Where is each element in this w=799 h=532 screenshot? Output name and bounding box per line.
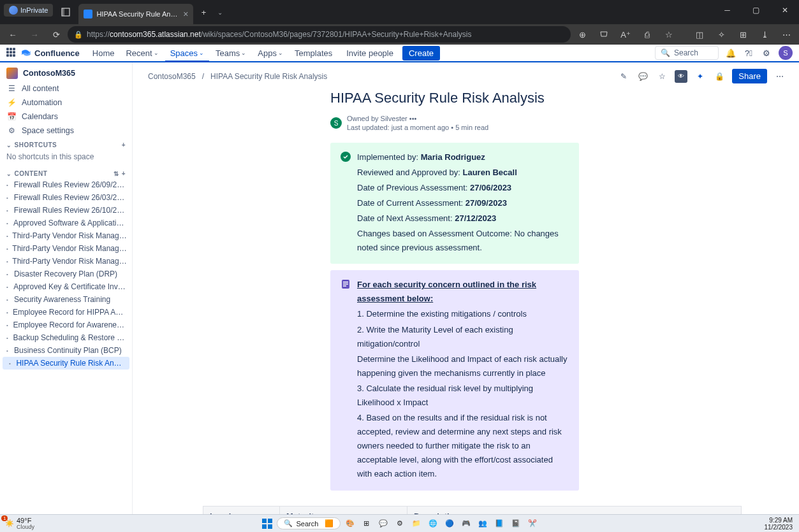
shortcuts-header[interactable]: ⌄ SHORTCUTS + bbox=[0, 138, 132, 150]
nav-automation[interactable]: ⚡Automation bbox=[0, 96, 132, 110]
star-icon[interactable]: ☆ bbox=[656, 70, 668, 83]
forward-button[interactable]: → bbox=[24, 25, 45, 43]
breadcrumb-space[interactable]: ContosoM365 bbox=[148, 72, 196, 81]
new-tab-button[interactable]: + bbox=[194, 3, 212, 21]
tree-item[interactable]: •Third-Party Vendor Risk Management - 27… bbox=[0, 242, 132, 255]
close-tab-icon[interactable]: × bbox=[183, 9, 188, 19]
shopping-icon[interactable] bbox=[594, 25, 614, 43]
help-icon[interactable]: ?⃝ bbox=[743, 47, 754, 59]
tree-label: Business Continuity Plan (BCP) bbox=[14, 346, 122, 355]
add-page-icon[interactable]: ⎙ bbox=[637, 25, 657, 43]
create-button[interactable]: Create bbox=[402, 46, 440, 61]
tree-item[interactable]: •Backup Scheduling & Restore Procedure bbox=[0, 331, 132, 344]
tab-actions-icon[interactable] bbox=[57, 3, 75, 21]
more-actions-icon[interactable]: ⋯ bbox=[773, 70, 786, 83]
back-button[interactable]: ← bbox=[3, 25, 23, 43]
tree-item[interactable]: •Business Continuity Plan (BCP) bbox=[0, 344, 132, 357]
watch-icon[interactable]: 👁 bbox=[675, 70, 687, 83]
nav-home[interactable]: Home bbox=[87, 46, 120, 61]
nav-templates[interactable]: Templates bbox=[290, 46, 337, 61]
bullet-icon: • bbox=[6, 297, 11, 303]
filter-icon[interactable]: ⇅ bbox=[114, 170, 119, 177]
url-input[interactable]: 🔒 https://contosom365.atlassian.net/wiki… bbox=[68, 26, 571, 43]
tree-item[interactable]: •HIPAA Security Rule Risk Analysis bbox=[3, 357, 129, 370]
tree-item[interactable]: •Third-Party Vendor Risk Management - 27… bbox=[0, 255, 132, 268]
page-tree: •Firewall Rules Review 26/09/2023•Firewa… bbox=[0, 178, 132, 370]
content-header[interactable]: ⌄ CONTENT ⇅ + bbox=[0, 166, 132, 178]
col-maturity: Maturity bbox=[280, 506, 407, 514]
tree-item[interactable]: •Third-Party Vendor Risk Management - 27… bbox=[0, 229, 132, 242]
tree-item[interactable]: •Firewall Rules Review 26/10/2022 bbox=[0, 204, 132, 217]
extensions-icon[interactable]: ✧ bbox=[711, 25, 731, 43]
invite-people-button[interactable]: Invite people bbox=[341, 46, 399, 61]
author-avatar[interactable]: S bbox=[330, 117, 342, 129]
menu-icon[interactable]: ⋯ bbox=[776, 25, 796, 43]
tab-overflow-icon[interactable]: ⌄ bbox=[214, 3, 226, 21]
edge-icon[interactable]: 🌐 bbox=[426, 517, 440, 531]
svg-rect-4 bbox=[343, 282, 348, 283]
lock-icon[interactable]: 🔒 bbox=[713, 70, 726, 83]
tree-item[interactable]: •Firewall Rules Review 26/09/2023 bbox=[0, 178, 132, 191]
chrome-icon[interactable]: 🔵 bbox=[443, 517, 457, 531]
nav-spaces[interactable]: Spaces⌄ bbox=[165, 46, 209, 62]
confluence-logo[interactable]: Confluence bbox=[20, 47, 80, 59]
browser-tabs: HIPAA Security Rule Analysi × + ⌄ bbox=[76, 0, 226, 24]
nav-recent[interactable]: Recent⌄ bbox=[121, 46, 163, 61]
owner-name[interactable]: Silvester bbox=[381, 115, 407, 122]
tree-item[interactable]: •Employee Record for Awareness Training bbox=[0, 319, 132, 331]
close-window-button[interactable]: ✕ bbox=[770, 0, 799, 20]
search-input[interactable]: 🔍 Search bbox=[655, 46, 719, 60]
profile-avatar[interactable]: S bbox=[779, 46, 793, 60]
shortcuts-empty: No shortcuts in this space bbox=[0, 150, 132, 166]
comment-icon[interactable]: 💬 bbox=[636, 70, 649, 83]
settings-icon[interactable]: ⚙ bbox=[761, 47, 772, 59]
svg-rect-8 bbox=[268, 519, 272, 523]
owner-more-icon[interactable]: ••• bbox=[409, 115, 417, 122]
bullet-icon: • bbox=[6, 310, 10, 315]
nav-all-content[interactable]: ☰All content bbox=[0, 82, 132, 96]
add-page-icon[interactable]: + bbox=[122, 170, 126, 177]
onenote-icon[interactable]: 📓 bbox=[509, 517, 523, 531]
teams-icon[interactable]: 💬 bbox=[376, 517, 390, 531]
zoom-icon[interactable]: ⊕ bbox=[572, 25, 592, 43]
split-screen-icon[interactable]: ◫ bbox=[689, 25, 710, 43]
edit-icon[interactable]: ✎ bbox=[617, 70, 630, 83]
read-aloud-icon[interactable]: A⁺ bbox=[615, 25, 636, 43]
browser-tab-active[interactable]: HIPAA Security Rule Analysi × bbox=[78, 4, 193, 24]
snip-icon[interactable]: ✂️ bbox=[525, 517, 539, 531]
taskbar-search[interactable]: 🔍Search🟧 bbox=[277, 517, 341, 529]
start-button[interactable] bbox=[260, 517, 274, 531]
system-clock[interactable]: 9:29 AM 11/2/2023 bbox=[758, 517, 800, 531]
maximize-button[interactable]: ▢ bbox=[742, 0, 770, 20]
tree-item[interactable]: •Security Awareness Training bbox=[0, 293, 132, 306]
explorer-icon[interactable]: 📁 bbox=[409, 517, 423, 531]
favorite-icon[interactable]: ☆ bbox=[659, 25, 679, 43]
tree-item[interactable]: •Employee Record for HIPPA Annual Traini… bbox=[0, 306, 132, 319]
minimize-button[interactable]: ─ bbox=[713, 0, 742, 20]
space-header[interactable]: ContosoM365 bbox=[0, 62, 132, 82]
weather-widget[interactable]: 1 ☀️ 49°F Cloudy bbox=[0, 517, 40, 531]
breadcrumb-page[interactable]: HIPAA Security Rule Risk Analysis bbox=[210, 72, 327, 81]
collections-icon[interactable]: ⊞ bbox=[733, 25, 753, 43]
nav-space-settings[interactable]: ⚙Space settings bbox=[0, 124, 132, 138]
nav-calendars[interactable]: 📅Calendars bbox=[0, 110, 132, 124]
settings-icon[interactable]: ⚙ bbox=[393, 517, 407, 531]
ai-icon[interactable]: ✦ bbox=[694, 70, 707, 83]
copilot-icon[interactable]: 🎨 bbox=[343, 517, 357, 531]
xbox-icon[interactable]: 🎮 bbox=[459, 517, 473, 531]
downloads-icon[interactable]: ⤓ bbox=[754, 25, 775, 43]
nav-apps[interactable]: Apps⌄ bbox=[253, 46, 288, 61]
app-switcher-icon[interactable] bbox=[6, 48, 17, 58]
add-shortcut-icon[interactable]: + bbox=[122, 141, 126, 148]
tree-item[interactable]: •Approved Software & Applications List bbox=[0, 217, 132, 229]
word-icon[interactable]: 📘 bbox=[492, 517, 506, 531]
teams2-icon[interactable]: 👥 bbox=[476, 517, 490, 531]
share-button[interactable]: Share bbox=[732, 69, 767, 83]
notifications-icon[interactable]: 🔔 bbox=[725, 47, 737, 59]
refresh-button[interactable]: ⟳ bbox=[46, 25, 66, 43]
tree-item[interactable]: •Firewall Rules Review 26/03/2023 bbox=[0, 191, 132, 204]
tree-item[interactable]: •Disaster Recovery Plan (DRP) bbox=[0, 268, 132, 280]
tree-item[interactable]: •Approved Key & Certificate Inventory bbox=[0, 280, 132, 293]
task-view-icon[interactable]: ⊞ bbox=[360, 517, 374, 531]
nav-teams[interactable]: Teams⌄ bbox=[210, 46, 251, 61]
